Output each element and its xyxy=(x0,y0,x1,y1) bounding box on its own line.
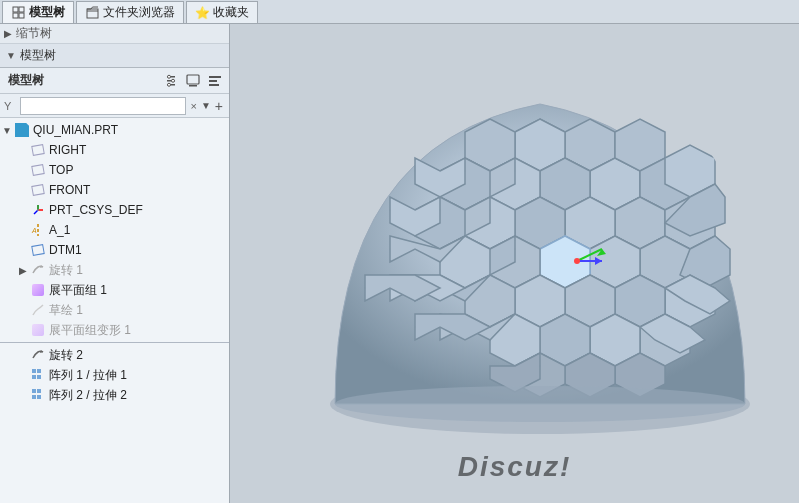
tree-label-zhanbianxing1: 展平面组变形 1 xyxy=(49,322,131,339)
tree-expander-xuanzhuan1: ▶ xyxy=(16,265,30,276)
filter-icon: Y xyxy=(4,100,18,112)
tree-item-prt-csys-def[interactable]: PRT_CSYS_DEF xyxy=(0,200,229,220)
main-layout: ▶ 缩节树 ▼ 模型树 模型树 xyxy=(0,24,799,503)
tree-label-zhenlie1: 阵列 1 / 拉伸 1 xyxy=(49,367,127,384)
toolbar-view-button[interactable] xyxy=(183,71,203,91)
svg-rect-15 xyxy=(209,84,219,86)
tree-item-qiu-mian[interactable]: ▼ QIU_MIAN.PRT xyxy=(0,120,229,140)
tree-item-zhenlie2[interactable]: 阵列 2 / 拉伸 2 xyxy=(0,385,229,405)
tree-content: ▼ QIU_MIAN.PRT RIGHT xyxy=(0,118,229,503)
tree-icon-qiu-mian xyxy=(14,122,30,138)
svg-rect-25 xyxy=(37,375,41,379)
svg-point-19 xyxy=(37,209,39,211)
file-browser-tab-icon xyxy=(85,6,99,20)
bookmarks-tab-icon: ⭐ xyxy=(195,6,209,20)
svg-rect-1 xyxy=(19,7,24,12)
svg-point-10 xyxy=(168,83,171,86)
svg-point-8 xyxy=(168,75,171,78)
tree-item-dtm1[interactable]: DTM1 xyxy=(0,240,229,260)
tree-label-front: FRONT xyxy=(49,183,90,197)
tree-icon-zhenlie1 xyxy=(30,367,46,383)
svg-rect-3 xyxy=(19,13,24,18)
toolbar-settings-button[interactable] xyxy=(161,71,181,91)
svg-rect-13 xyxy=(209,76,221,78)
svg-rect-26 xyxy=(32,389,36,393)
svg-point-100 xyxy=(574,258,580,264)
tree-icon-right xyxy=(30,142,46,158)
tab-file-browser-label: 文件夹浏览器 xyxy=(103,4,175,21)
tree-icon-dtm1 xyxy=(30,242,46,258)
svg-rect-4 xyxy=(87,9,98,18)
tree-item-a1[interactable]: A A_1 xyxy=(0,220,229,240)
collapsed-arrow-icon: ▶ xyxy=(4,28,12,39)
tab-model-tree-label: 模型树 xyxy=(29,4,65,21)
collapsed-label: 缩节树 xyxy=(16,25,225,42)
tree-icon-xuanzhuan2 xyxy=(30,347,46,363)
svg-point-9 xyxy=(172,79,175,82)
svg-rect-11 xyxy=(187,75,199,84)
tree-item-xuanzhuan1[interactable]: ▶ 旋转 1 xyxy=(0,260,229,280)
toolbar-options-button[interactable] xyxy=(205,71,225,91)
svg-rect-14 xyxy=(209,80,217,82)
svg-rect-2 xyxy=(13,13,18,18)
tree-label-xuanzhuan1: 旋转 1 xyxy=(49,262,83,279)
model-tree-tab-icon xyxy=(11,6,25,20)
svg-rect-29 xyxy=(37,395,41,399)
search-row: Y × ▼ + xyxy=(0,94,229,118)
tab-bar: 模型树 文件夹浏览器 ⭐ 收藏夹 xyxy=(0,0,799,24)
tab-bookmarks-label: 收藏夹 xyxy=(213,4,249,21)
tree-item-front[interactable]: FRONT xyxy=(0,180,229,200)
section-header: ▼ 模型树 xyxy=(0,44,229,68)
tree-label-prt-csys-def: PRT_CSYS_DEF xyxy=(49,203,143,217)
svg-rect-22 xyxy=(32,369,36,373)
tree-expander-qiu-mian: ▼ xyxy=(0,125,14,136)
search-clear-icon[interactable]: × xyxy=(188,100,198,112)
tree-label-top: TOP xyxy=(49,163,73,177)
divider xyxy=(0,342,229,343)
tree-label-xuanzhuan2: 旋转 2 xyxy=(49,347,83,364)
left-panel: ▶ 缩节树 ▼ 模型树 模型树 xyxy=(0,24,230,503)
search-dropdown-icon[interactable]: ▼ xyxy=(201,100,211,111)
svg-rect-28 xyxy=(32,395,36,399)
tree-icon-zhanpianzu1 xyxy=(30,282,46,298)
tab-bookmarks[interactable]: ⭐ 收藏夹 xyxy=(186,1,258,23)
svg-rect-27 xyxy=(37,389,41,393)
dome-svg xyxy=(310,64,770,444)
section-expand-icon: ▼ xyxy=(6,50,16,61)
toolbar-label: 模型树 xyxy=(4,72,159,89)
tree-icon-csys xyxy=(30,202,46,218)
svg-rect-0 xyxy=(13,7,18,12)
tree-item-caohui1[interactable]: 草绘 1 xyxy=(0,300,229,320)
tree-item-zhenlie1[interactable]: 阵列 1 / 拉伸 1 xyxy=(0,365,229,385)
tree-label-zhenlie2: 阵列 2 / 拉伸 2 xyxy=(49,387,127,404)
tree-icon-caohui1 xyxy=(30,302,46,318)
search-add-icon[interactable]: + xyxy=(213,98,225,114)
tree-item-top[interactable]: TOP xyxy=(0,160,229,180)
svg-rect-23 xyxy=(37,369,41,373)
tab-file-browser[interactable]: 文件夹浏览器 xyxy=(76,1,184,23)
tree-icon-a1: A xyxy=(30,222,46,238)
tree-icon-top xyxy=(30,162,46,178)
svg-text:A: A xyxy=(31,227,37,234)
tree-icon-xuanzhuan1 xyxy=(30,262,46,278)
toolbar-row: 模型树 xyxy=(0,68,229,94)
collapsed-section[interactable]: ▶ 缩节树 xyxy=(0,24,229,44)
tree-icon-front xyxy=(30,182,46,198)
tree-item-zhanbianxing1[interactable]: 展平面组变形 1 xyxy=(0,320,229,340)
tree-item-zhanpianzu1[interactable]: 展平面组 1 xyxy=(0,280,229,300)
section-header-label: 模型树 xyxy=(20,47,56,64)
tree-item-right[interactable]: RIGHT xyxy=(0,140,229,160)
tree-icon-zhenlie2 xyxy=(30,387,46,403)
svg-rect-12 xyxy=(189,85,197,87)
tree-label-dtm1: DTM1 xyxy=(49,243,82,257)
viewport[interactable]: Discuz! xyxy=(230,24,799,503)
svg-rect-24 xyxy=(32,375,36,379)
tree-label-a1: A_1 xyxy=(49,223,70,237)
tab-model-tree[interactable]: 模型树 xyxy=(2,1,74,23)
tree-label-right: RIGHT xyxy=(49,143,86,157)
tree-label-zhanpianzu1: 展平面组 1 xyxy=(49,282,107,299)
tree-item-xuanzhuan2[interactable]: 旋转 2 xyxy=(0,345,229,365)
search-input[interactable] xyxy=(20,97,186,115)
tree-icon-zhanbianxing1 xyxy=(30,322,46,338)
tree-label-qiu-mian: QIU_MIAN.PRT xyxy=(33,123,118,137)
